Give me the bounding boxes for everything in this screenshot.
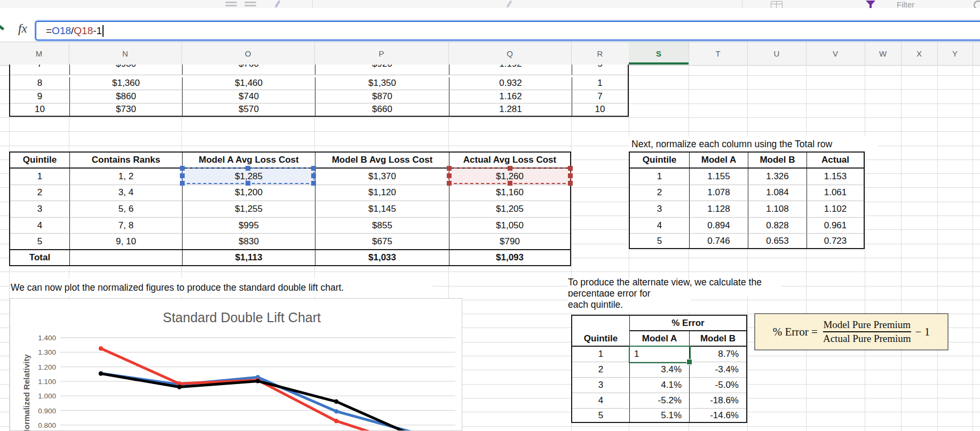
column-header-U[interactable]: U — [747, 42, 807, 65]
selection-handle[interactable] — [568, 173, 573, 178]
cell[interactable]: 1.326 — [748, 169, 807, 185]
selection-handle[interactable] — [508, 181, 512, 186]
cell[interactable]: 0.828 — [748, 218, 807, 234]
selection-handle[interactable] — [311, 173, 316, 178]
fill-handle[interactable] — [686, 359, 692, 365]
selection-handle[interactable] — [568, 166, 573, 171]
cell[interactable]: 0.653 — [748, 234, 807, 248]
merged-header-cell[interactable]: % Error — [630, 316, 746, 331]
cell[interactable]: $570 — [183, 103, 315, 116]
selection-handle[interactable] — [246, 166, 250, 171]
cell[interactable]: 1.281 — [449, 103, 572, 116]
cell[interactable]: $855 — [315, 218, 449, 234]
cell[interactable]: 3.4% — [630, 362, 690, 378]
cell[interactable]: $675 — [315, 234, 449, 250]
cell[interactable]: 4 — [572, 393, 630, 409]
selection-handle[interactable] — [447, 173, 452, 178]
cell[interactable]: -5.2% — [630, 393, 690, 409]
header-cell[interactable]: Actual — [807, 153, 864, 169]
cell[interactable]: 3, 4 — [70, 185, 183, 202]
cell[interactable]: 4.1% — [630, 378, 690, 393]
column-header-X[interactable]: X — [901, 42, 938, 65]
selection-handle[interactable] — [311, 166, 316, 171]
column-header-V[interactable]: V — [806, 42, 865, 65]
header-cell[interactable]: Quintile — [572, 316, 630, 347]
total-cell[interactable] — [70, 250, 183, 265]
cell[interactable]: $830 — [183, 234, 315, 250]
selection-handle[interactable] — [311, 181, 316, 186]
cell[interactable]: $740 — [183, 90, 315, 103]
column-header-P[interactable]: P — [314, 42, 449, 65]
selection-handle[interactable] — [508, 166, 512, 171]
cell[interactable]: $1,350 — [315, 77, 449, 91]
chart-title[interactable]: Standard Double Lift Chart — [163, 310, 321, 325]
cell[interactable]: 1.108 — [748, 201, 807, 218]
column-header-O[interactable]: O — [181, 42, 315, 65]
cell[interactable]: 8.7% — [690, 347, 746, 362]
cell[interactable]: $1,050 — [449, 218, 570, 234]
cell[interactable]: 1 — [572, 77, 628, 91]
cell-partial[interactable]: $920 — [315, 65, 449, 75]
indent-icon[interactable] — [244, 2, 256, 3]
cell[interactable]: 0.894 — [690, 218, 748, 234]
cell-partial[interactable]: 7 — [10, 65, 70, 75]
cell-partial[interactable]: $760 — [183, 65, 315, 75]
selection-handle[interactable] — [568, 181, 573, 186]
column-header-M[interactable]: M — [9, 42, 69, 65]
cell[interactable]: 0.746 — [690, 234, 748, 248]
cell[interactable]: 1.162 — [449, 90, 572, 103]
format-painter-icon[interactable] — [506, 0, 512, 8]
cell[interactable]: 0.961 — [807, 218, 864, 234]
cell[interactable]: -18.6% — [690, 393, 746, 409]
cell[interactable]: 5 — [10, 234, 70, 250]
cell[interactable]: 3 — [630, 201, 690, 218]
cell[interactable]: 1 — [572, 347, 630, 362]
cell[interactable]: 4 — [10, 218, 70, 234]
cell[interactable]: 5, 6 — [70, 201, 183, 218]
cell[interactable]: $1,205 — [449, 201, 570, 218]
cell[interactable]: $870 — [315, 90, 449, 103]
cell[interactable]: 5 — [572, 409, 630, 422]
cell[interactable]: $1,160 — [449, 185, 570, 202]
column-header-W[interactable]: W — [865, 42, 902, 65]
align-icon[interactable] — [225, 2, 237, 3]
series-line-model-b[interactable] — [101, 348, 415, 430]
data-point[interactable] — [99, 346, 103, 350]
selection-handle[interactable] — [180, 181, 185, 186]
header-cell[interactable]: Model B — [690, 331, 746, 347]
column-header-Q[interactable]: Q — [448, 42, 572, 65]
selection-handle[interactable] — [447, 166, 452, 171]
data-point[interactable] — [177, 385, 181, 389]
cell[interactable]: $1,200 — [183, 185, 315, 202]
active-cell-border[interactable] — [629, 346, 691, 363]
data-point[interactable] — [256, 379, 260, 383]
cell[interactable]: 7, 8 — [70, 218, 183, 234]
cell[interactable]: $995 — [183, 218, 315, 234]
cell[interactable]: 5.1% — [630, 409, 690, 422]
cell[interactable]: 1.061 — [807, 185, 864, 202]
column-header-Y[interactable]: Y — [937, 42, 973, 65]
total-cell[interactable]: Total — [10, 250, 70, 265]
cell[interactable]: $660 — [315, 103, 449, 116]
header-cell[interactable]: Quintile — [630, 153, 690, 169]
cell[interactable]: $1,120 — [315, 185, 449, 202]
cell[interactable]: 1.102 — [807, 201, 864, 218]
cell[interactable]: 1.084 — [748, 185, 807, 202]
total-cell[interactable]: $1,093 — [449, 250, 570, 265]
cell[interactable]: $1,370 — [315, 169, 449, 185]
cell[interactable]: 7 — [572, 90, 628, 103]
selection-handle[interactable] — [447, 181, 452, 186]
cell[interactable]: 4 — [630, 218, 690, 234]
cell[interactable]: 2 — [572, 362, 630, 378]
header-cell[interactable]: Model A — [630, 331, 690, 347]
cell[interactable]: 1, 2 — [70, 169, 183, 185]
y-axis-title[interactable]: Normalized Relativity — [22, 354, 31, 430]
cell[interactable]: 1.078 — [690, 185, 748, 202]
selection-handle[interactable] — [180, 166, 185, 171]
formula-ref-highlight-blue[interactable] — [181, 167, 314, 184]
cell[interactable]: 3 — [572, 378, 630, 393]
cell[interactable]: 3 — [10, 201, 70, 218]
cell[interactable]: 1 — [10, 169, 70, 185]
cell[interactable]: 1.128 — [690, 201, 748, 218]
header-cell[interactable]: Model B — [748, 153, 807, 169]
